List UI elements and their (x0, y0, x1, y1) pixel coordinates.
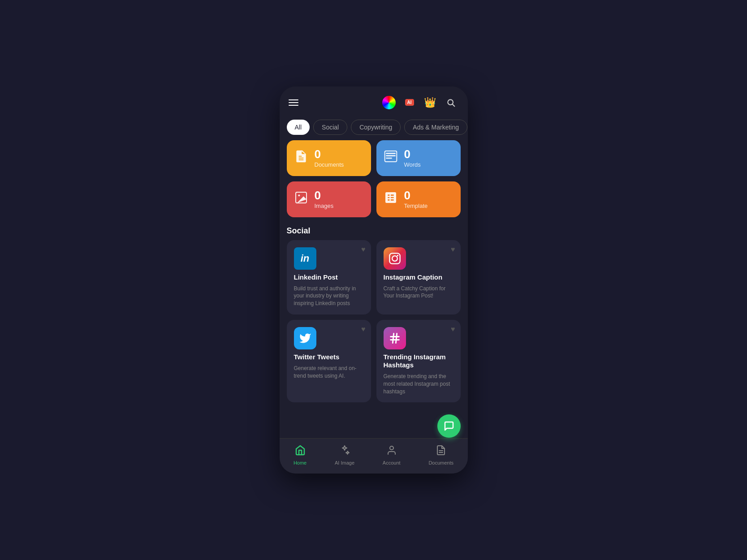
words-icon (384, 149, 398, 167)
chat-fab[interactable] (437, 414, 461, 438)
stat-images-info: 0 Images (315, 190, 334, 209)
header-icons: AI 👑 (381, 95, 459, 111)
tab-copywriting[interactable]: Copywriting (351, 120, 401, 135)
search-icon[interactable] (443, 95, 459, 111)
documents-label: Documents (315, 161, 344, 168)
content-scroll: 0 Documents 0 Words 0 (280, 140, 468, 439)
svg-point-12 (390, 446, 393, 450)
svg-point-7 (397, 254, 398, 256)
nav-account[interactable]: Account (376, 443, 408, 467)
words-label: Words (404, 161, 421, 168)
instagram-icon (384, 247, 406, 270)
tab-ads-marketing[interactable]: Ads & Marketing (404, 120, 467, 135)
twitter-title: Twitter Tweets (294, 353, 364, 361)
social-section-label: Social (280, 224, 468, 240)
tool-twitter-tweets[interactable]: ♥ Twitter Tweets Generate relevant and o… (287, 320, 371, 402)
bottom-nav: Home AI Image Account (280, 438, 468, 474)
instagram-heart-icon[interactable]: ♥ (451, 246, 455, 254)
filter-tabs: All Social Copywriting Ads & Marketing (280, 116, 468, 140)
linkedin-icon: in (294, 247, 316, 270)
instagram-title: Instagram Caption (384, 273, 453, 281)
account-icon (386, 445, 397, 458)
color-wheel-icon[interactable] (381, 95, 397, 111)
instagram-desc: Craft a Catchy Caption for Your Instagra… (384, 285, 453, 300)
nav-documents[interactable]: Documents (421, 443, 461, 467)
tab-all[interactable]: All (287, 120, 310, 135)
phone-frame: AI 👑 All Social Copywriting Ads & Market… (280, 86, 468, 474)
svg-line-1 (452, 104, 454, 106)
svg-point-6 (392, 256, 397, 261)
nav-home-label: Home (294, 460, 307, 465)
images-icon (294, 190, 308, 208)
stat-words-info: 0 Words (404, 148, 421, 168)
twitter-desc: Generate relevant and on-trend tweets us… (294, 365, 364, 380)
svg-rect-5 (389, 253, 400, 263)
tab-social[interactable]: Social (313, 120, 347, 135)
documents-count: 0 (315, 148, 344, 160)
hashtag-icon (384, 327, 406, 349)
tool-linkedin-post[interactable]: ♥ in Linkedin Post Build trust and autho… (287, 240, 371, 314)
documents-icon (294, 149, 308, 167)
linkedin-desc: Build trust and authority in your indust… (294, 285, 364, 307)
hashtags-heart-icon[interactable]: ♥ (451, 325, 455, 333)
hamburger-menu[interactable] (289, 99, 298, 106)
stat-template-info: 0 Template (404, 190, 428, 209)
svg-line-11 (396, 334, 397, 343)
twitter-icon (294, 327, 316, 349)
home-icon (295, 445, 306, 458)
twitter-heart-icon[interactable]: ♥ (361, 325, 366, 333)
template-label: Template (404, 202, 428, 209)
svg-point-4 (298, 194, 300, 196)
ai-badge-icon[interactable]: AI (402, 95, 418, 111)
stat-images[interactable]: 0 Images (287, 181, 371, 217)
nav-documents-label: Documents (428, 460, 453, 465)
tool-grid: ♥ in Linkedin Post Build trust and autho… (280, 240, 468, 403)
nav-account-label: Account (383, 460, 401, 465)
tool-instagram-caption[interactable]: ♥ Instagram Caption Craft a Catchy Capti… (376, 240, 461, 314)
words-count: 0 (404, 148, 421, 160)
header: AI 👑 (280, 86, 468, 116)
tool-hashtags[interactable]: ♥ Trending Instagram Hashtags Generate t… (376, 320, 461, 402)
nav-home[interactable]: Home (286, 443, 314, 467)
stat-documents[interactable]: 0 Documents (287, 140, 371, 176)
stat-words[interactable]: 0 Words (376, 140, 461, 176)
linkedin-heart-icon[interactable]: ♥ (361, 246, 366, 254)
template-icon (384, 190, 398, 208)
documents-nav-icon (436, 445, 446, 458)
svg-line-10 (393, 334, 393, 343)
images-count: 0 (315, 190, 334, 201)
stat-template[interactable]: 0 Template (376, 181, 461, 217)
hashtags-title: Trending Instagram Hashtags (384, 353, 453, 369)
hashtags-desc: Generate trending and the most related I… (384, 373, 453, 395)
crown-icon[interactable]: 👑 (422, 95, 438, 111)
images-label: Images (315, 202, 334, 209)
linkedin-title: Linkedin Post (294, 273, 364, 281)
stat-documents-info: 0 Documents (315, 148, 344, 168)
nav-ai-image[interactable]: AI Image (328, 443, 362, 467)
stats-grid: 0 Documents 0 Words 0 (280, 140, 468, 224)
nav-ai-image-label: AI Image (335, 460, 354, 465)
template-count: 0 (404, 190, 428, 201)
ai-image-icon (339, 445, 350, 458)
